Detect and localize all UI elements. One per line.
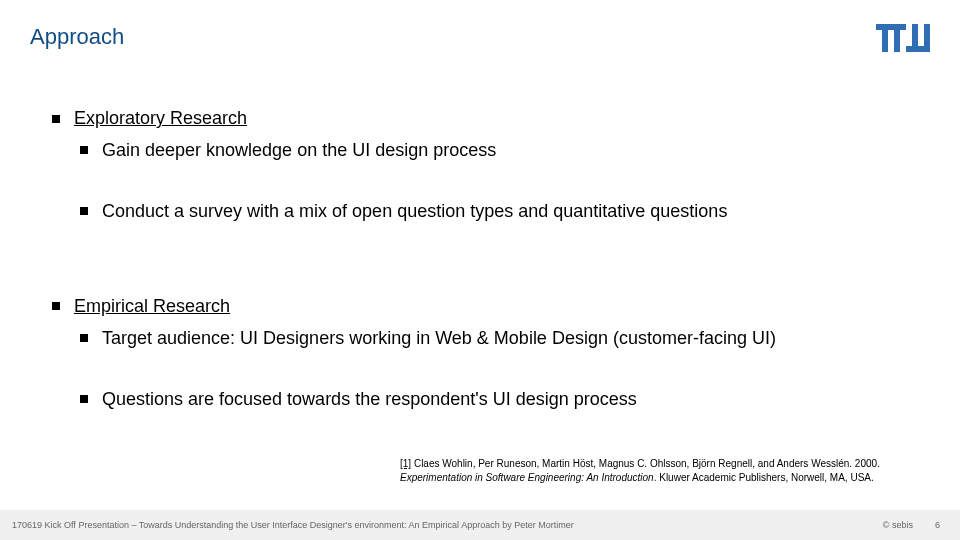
reference-text-2: . Kluwer Academic Publishers, Norwell, M… xyxy=(654,472,874,483)
section-title: Exploratory Research xyxy=(74,108,247,129)
bullet-item: Conduct a survey with a mix of open ques… xyxy=(80,200,920,223)
reference-citation: [1] Claes Wohlin, Per Runeson, Martin Hö… xyxy=(400,457,940,484)
bullet-icon xyxy=(80,207,88,215)
tum-logo xyxy=(876,24,930,52)
reference-title-italic: Experimentation in Software Engineering:… xyxy=(400,472,654,483)
bullet-icon xyxy=(80,334,88,342)
footer: 170619 Kick Off Presentation – Towards U… xyxy=(0,510,960,540)
bullet-icon xyxy=(52,115,60,123)
section-heading: Empirical Research xyxy=(52,296,920,317)
bullet-item: Questions are focused towards the respon… xyxy=(80,388,920,411)
content: Exploratory Research Gain deeper knowled… xyxy=(52,108,920,484)
reference-text-1: Claes Wohlin, Per Runeson, Martin Höst, … xyxy=(411,458,880,469)
footer-page-number: 6 xyxy=(935,520,940,530)
bullet-item: Gain deeper knowledge on the UI design p… xyxy=(80,139,920,162)
bullet-icon xyxy=(52,302,60,310)
section-title: Empirical Research xyxy=(74,296,230,317)
footer-right: © sebis 6 xyxy=(883,520,940,530)
section-empirical: Empirical Research Target audience: UI D… xyxy=(52,296,920,412)
bullet-text: Conduct a survey with a mix of open ques… xyxy=(102,200,727,223)
bullet-text: Gain deeper knowledge on the UI design p… xyxy=(102,139,496,162)
bullet-icon xyxy=(80,395,88,403)
footer-copyright: © sebis xyxy=(883,520,913,530)
bullet-text: Target audience: UI Designers working in… xyxy=(102,327,776,350)
slide-title: Approach xyxy=(30,24,124,50)
slide: Approach Exploratory Research Gain deepe… xyxy=(0,0,960,540)
header: Approach xyxy=(30,24,930,52)
section-exploratory: Exploratory Research Gain deeper knowled… xyxy=(52,108,920,224)
reference-link[interactable]: [1] xyxy=(400,458,411,469)
bullet-item: Target audience: UI Designers working in… xyxy=(80,327,920,350)
bullet-icon xyxy=(80,146,88,154)
footer-left: 170619 Kick Off Presentation – Towards U… xyxy=(12,520,574,530)
bullet-text: Questions are focused towards the respon… xyxy=(102,388,637,411)
section-heading: Exploratory Research xyxy=(52,108,920,129)
